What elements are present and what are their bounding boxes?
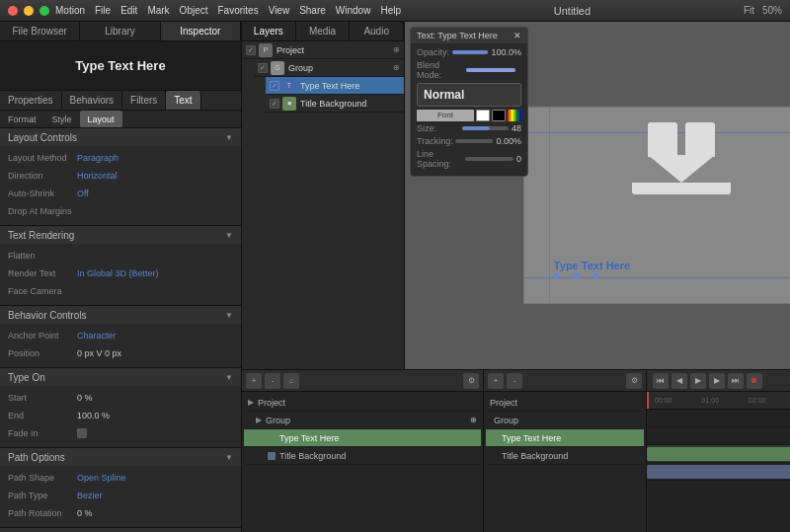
section-header-margins[interactable]: Margins ▼ bbox=[0, 528, 241, 532]
fp-opacity-slider[interactable] bbox=[452, 50, 488, 54]
prop-value-path-rotation[interactable]: 0 % bbox=[77, 508, 93, 518]
tl-layer-bg-name[interactable]: Title Background bbox=[279, 451, 346, 461]
tl-add-btn[interactable]: + bbox=[246, 373, 262, 389]
handle-3[interactable] bbox=[593, 273, 598, 278]
layer-text-checkbox[interactable]: ✓ bbox=[270, 81, 279, 91]
fp-tracking-slider[interactable] bbox=[455, 139, 494, 143]
prop-value-path-type[interactable]: Bezier bbox=[77, 491, 103, 500]
layer-bg-checkbox[interactable]: ✓ bbox=[270, 99, 279, 109]
fp-color-white[interactable] bbox=[476, 110, 490, 121]
pb-skip-forward[interactable]: ⏭ bbox=[728, 373, 744, 389]
prop-value-render-text[interactable]: In Global 3D (Better) bbox=[77, 268, 159, 278]
layer-group-add-icon[interactable]: ⊕ bbox=[393, 63, 400, 72]
tl-m-bg[interactable]: Title Background bbox=[486, 447, 644, 465]
prop-value-direction[interactable]: Horizontal bbox=[77, 171, 118, 181]
tl-layer-text-name[interactable]: Type Text Here bbox=[279, 433, 339, 443]
prop-value-path-shape[interactable]: Open Spline bbox=[77, 473, 126, 483]
pb-record[interactable]: ⏺ bbox=[747, 373, 762, 389]
tab-filters[interactable]: Filters bbox=[122, 91, 166, 110]
fullscreen-button[interactable] bbox=[40, 6, 49, 16]
section-header-type-on[interactable]: Type On ▼ bbox=[0, 368, 241, 386]
menu-file[interactable]: File bbox=[95, 5, 111, 16]
fp-color-picker[interactable] bbox=[508, 110, 521, 121]
tl-m-settings[interactable]: ⚙ bbox=[626, 373, 642, 389]
handle-1[interactable] bbox=[554, 273, 559, 278]
pb-step-back[interactable]: ◀ bbox=[672, 373, 687, 389]
tl-group-add[interactable]: ⊕ bbox=[470, 416, 477, 424]
layer-project-name: Project bbox=[276, 45, 393, 55]
layer-group[interactable]: ✓ G Group ⊕ bbox=[254, 59, 404, 77]
tab-layout[interactable]: Layout bbox=[80, 111, 122, 127]
blend-mode-value[interactable]: Normal bbox=[417, 83, 521, 107]
tl-remove-btn[interactable]: - bbox=[265, 373, 280, 389]
layer-title-bg[interactable]: ✓ ■ Title Background bbox=[266, 95, 404, 113]
tl-layer-group-name: Group bbox=[266, 416, 290, 425]
menu-mark[interactable]: Mark bbox=[147, 5, 169, 16]
tl-group-arrow[interactable]: ▶ bbox=[256, 416, 262, 424]
canvas-text[interactable]: Type Text Here bbox=[554, 260, 630, 271]
fp-linespacing-slider[interactable] bbox=[465, 157, 514, 161]
playhead[interactable] bbox=[647, 392, 649, 409]
handle-2[interactable] bbox=[574, 273, 579, 278]
menu-edit[interactable]: Edit bbox=[120, 5, 137, 16]
prop-value-position[interactable]: 0 px V 0 px bbox=[77, 348, 121, 358]
tl-m-text[interactable]: Type Text Here bbox=[486, 429, 644, 447]
section-header-behavior[interactable]: Behavior Controls ▼ bbox=[0, 306, 241, 324]
menu-favorites[interactable]: Favorites bbox=[218, 5, 259, 16]
floating-panel-close[interactable]: ✕ bbox=[514, 31, 521, 40]
prop-value-start[interactable]: 0 % bbox=[77, 393, 93, 403]
minimize-button[interactable] bbox=[24, 6, 34, 16]
tab-format[interactable]: Format bbox=[0, 111, 44, 127]
tl-project-arrow[interactable]: ▶ bbox=[248, 398, 254, 407]
prop-value-auto-shrink[interactable]: Off bbox=[77, 189, 89, 198]
fp-blend-slider[interactable] bbox=[466, 68, 515, 72]
tab-library[interactable]: Library bbox=[80, 22, 160, 40]
menu-view[interactable]: View bbox=[269, 5, 290, 16]
close-button[interactable] bbox=[8, 6, 18, 16]
tl-m-remove[interactable]: - bbox=[507, 373, 522, 389]
track-bar-text[interactable] bbox=[647, 447, 790, 461]
prop-value-anchor[interactable]: Character bbox=[77, 331, 117, 341]
fp-color-black[interactable] bbox=[492, 110, 506, 121]
arrow-right-rect bbox=[685, 122, 715, 157]
track-bar-bg[interactable] bbox=[647, 465, 790, 479]
tab-layers[interactable]: Layers bbox=[242, 22, 296, 40]
section-header-text-rendering[interactable]: Text Rendering ▼ bbox=[0, 226, 241, 244]
tab-media[interactable]: Media bbox=[296, 22, 351, 40]
menu-help[interactable]: Help bbox=[380, 5, 401, 16]
layer-project-checkbox[interactable]: ✓ bbox=[246, 45, 256, 55]
tl-m-group-name: Group bbox=[494, 416, 518, 425]
section-header-path[interactable]: Path Options ▼ bbox=[0, 448, 241, 466]
layer-project[interactable]: ✓ P Project ⊕ bbox=[242, 41, 404, 59]
tl-m-add[interactable]: + bbox=[488, 373, 504, 389]
pb-skip-back[interactable]: ⏮ bbox=[653, 373, 669, 389]
tab-style[interactable]: Style bbox=[44, 111, 80, 127]
tl-settings-icon[interactable]: ⚙ bbox=[463, 373, 479, 389]
tab-behaviors[interactable]: Behaviors bbox=[62, 91, 122, 110]
section-header-layout[interactable]: Layout Controls ▼ bbox=[0, 128, 241, 146]
pb-play[interactable]: ▶ bbox=[690, 373, 706, 389]
title-bar: Motion File Edit Mark Object Favorites V… bbox=[0, 0, 790, 22]
floating-panel-body: Opacity: 100.0% Blend Mode: bbox=[411, 43, 527, 176]
tab-inspector[interactable]: Inspector bbox=[161, 22, 241, 40]
menu-motion[interactable]: Motion bbox=[55, 5, 85, 16]
menu-share[interactable]: Share bbox=[299, 5, 326, 16]
menu-object[interactable]: Object bbox=[180, 5, 208, 16]
fade-in-checkbox[interactable] bbox=[77, 428, 87, 438]
menu-window[interactable]: Window bbox=[336, 5, 371, 16]
tab-text[interactable]: Text bbox=[166, 91, 200, 110]
track-bars bbox=[647, 410, 790, 532]
layer-type-text[interactable]: ✓ T Type Text Here bbox=[266, 77, 404, 95]
layer-add-icon[interactable]: ⊕ bbox=[393, 45, 400, 54]
pb-step-forward[interactable]: ▶ bbox=[709, 373, 725, 389]
prop-value-end[interactable]: 100.0 % bbox=[77, 411, 110, 420]
fp-font-name[interactable]: Font bbox=[417, 110, 474, 121]
prop-value-layout-method[interactable]: Paragraph bbox=[77, 153, 118, 163]
fp-size-slider[interactable] bbox=[462, 126, 508, 130]
timeline-track-area: ⏮ ◀ ▶ ▶ ⏭ ⏺ 00:00:00:00 ↺ 00:0001:0 bbox=[647, 370, 790, 532]
tab-properties[interactable]: Properties bbox=[0, 91, 62, 110]
tab-audio[interactable]: Audio bbox=[350, 22, 404, 40]
tl-search-icon[interactable]: ⌕ bbox=[283, 373, 299, 389]
tab-file-browser[interactable]: File Browser bbox=[0, 22, 80, 40]
layer-group-checkbox[interactable]: ✓ bbox=[258, 63, 268, 73]
